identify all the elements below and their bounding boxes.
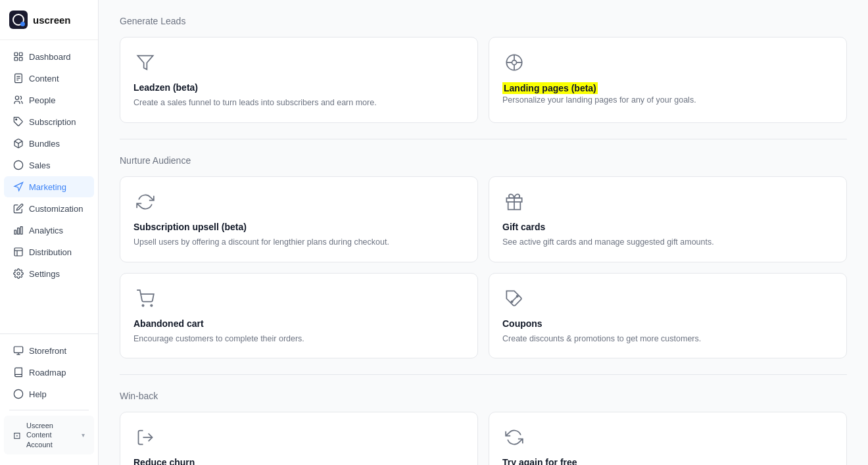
funnel-icon (133, 51, 157, 74)
card-desc: See active gift cards and manage suggest… (502, 236, 833, 249)
section-nurture-audience: Nurture Audience Subscription upsell (be… (120, 139, 847, 376)
card-coupons[interactable]: Coupons Create discounts & promotions to… (489, 273, 847, 359)
card-title: Gift cards (502, 222, 833, 232)
card-subscription-upsell[interactable]: Subscription upsell (beta) Upsell users … (120, 176, 478, 262)
nav-label: People (29, 95, 55, 105)
card-gift-cards[interactable]: Gift cards See active gift cards and man… (489, 176, 847, 262)
card-desc: Create a sales funnel to turn leads into… (133, 97, 464, 109)
svg-point-22 (14, 389, 22, 398)
section-label: Nurture Audience (120, 155, 847, 166)
sidebar-item-content[interactable]: Content (4, 68, 94, 89)
nav-label: Storefront (29, 346, 66, 356)
sidebar-item-sales[interactable]: Sales (4, 155, 94, 176)
card-abandoned-cart[interactable]: Abandoned cart Encourage customers to co… (120, 273, 478, 359)
card-title: Coupons (502, 318, 833, 329)
card-try-again[interactable]: Try again for free Win back cancelled su… (489, 412, 847, 465)
book-icon (13, 367, 24, 378)
sidebar-item-bundles[interactable]: Bundles (4, 133, 94, 154)
nav-label: Content (29, 74, 59, 84)
palette-icon (502, 51, 526, 74)
sidebar-item-marketing[interactable]: Marketing (4, 176, 94, 197)
account-icon: ⊡ (13, 430, 21, 441)
logo-icon (9, 11, 28, 29)
edit-icon (13, 203, 24, 214)
card-desc: Personalize your landing pages for any o… (502, 94, 833, 107)
nav-label: Help (29, 389, 47, 399)
monitor-icon (13, 345, 24, 356)
svg-rect-3 (19, 57, 22, 61)
logo[interactable]: uscreen (0, 0, 98, 40)
section-label: Win-back (120, 391, 847, 401)
bar-chart-icon (13, 225, 24, 235)
sidebar-item-help[interactable]: Help (4, 383, 94, 404)
sidebar-item-roadmap[interactable]: Roadmap (4, 362, 94, 383)
sidebar-item-dashboard[interactable]: Dashboard (4, 46, 94, 67)
card-desc: Upsell users by offering a discount for … (133, 236, 464, 249)
svg-rect-14 (20, 227, 22, 234)
grid-icon (13, 51, 24, 62)
sidebar: uscreen Dashboard Content People Subscri… (0, 0, 99, 465)
card-title: Abandoned cart (133, 318, 464, 329)
card-title: Leadzen (beta) (133, 82, 464, 93)
svg-point-8 (15, 96, 18, 99)
nav-label: Customization (29, 204, 83, 214)
nav-label: Bundles (29, 139, 60, 149)
shopping-cart-icon (133, 287, 157, 310)
cards-grid: Reduce churn Prevent cancellations and c… (120, 412, 847, 465)
users-icon (13, 95, 24, 105)
card-title: Landing pages (beta) (502, 82, 598, 94)
card-title: Subscription upsell (beta) (133, 222, 464, 232)
sidebar-item-analytics[interactable]: Analytics (4, 220, 94, 241)
nav-label: Roadmap (29, 368, 66, 378)
svg-point-32 (151, 305, 152, 306)
svg-point-31 (142, 305, 143, 306)
svg-point-34 (511, 301, 512, 302)
layout-icon (13, 247, 24, 257)
nav-label: Settings (29, 269, 60, 279)
card-landing-pages[interactable]: Landing pages (beta) Personalize your la… (489, 37, 847, 123)
cards-grid: Subscription upsell (beta) Upsell users … (120, 176, 847, 359)
nav-label: Analytics (29, 226, 63, 235)
nav-label: Distribution (29, 247, 72, 257)
refresh-icon (502, 426, 526, 449)
package-icon (13, 138, 24, 149)
circle-icon (13, 160, 24, 170)
sidebar-item-people[interactable]: People (4, 89, 94, 110)
nav-label: Sales (29, 160, 51, 170)
nav-label: Marketing (29, 182, 66, 192)
svg-rect-0 (14, 53, 18, 56)
section-label: Generate Leads (120, 16, 847, 26)
coupon-icon (502, 287, 526, 310)
refresh-cw-icon (133, 190, 157, 214)
sidebar-item-customization[interactable]: Customization (4, 198, 94, 219)
nav-label: Subscription (29, 117, 76, 127)
sidebar-item-settings[interactable]: Settings (4, 263, 94, 284)
main-content: Generate Leads Leadzen (beta) Create a s… (99, 0, 868, 465)
svg-point-35 (517, 295, 518, 297)
sidebar-bottom: Storefront Roadmap Help ⊡ Uscreen Conten… (0, 333, 98, 465)
svg-rect-13 (18, 228, 20, 234)
sidebar-item-distribution[interactable]: Distribution (4, 241, 94, 262)
card-title: Reduce churn (133, 457, 464, 465)
account-label: Uscreen Content Account (26, 421, 76, 449)
svg-rect-15 (14, 248, 22, 256)
card-desc: Encourage customers to complete their or… (133, 333, 464, 345)
nav-divider (9, 410, 89, 410)
card-reduce-churn[interactable]: Reduce churn Prevent cancellations and c… (120, 412, 478, 465)
svg-rect-12 (14, 230, 16, 234)
card-title: Try again for free (502, 457, 833, 465)
svg-rect-1 (19, 53, 22, 56)
nav-label: Dashboard (29, 52, 71, 62)
sidebar-item-storefront[interactable]: Storefront (4, 340, 94, 361)
sidebar-item-subscription[interactable]: Subscription (4, 111, 94, 132)
card-leadzen[interactable]: Leadzen (beta) Create a sales funnel to … (120, 37, 478, 123)
section-generate-leads: Generate Leads Leadzen (beta) Create a s… (120, 0, 847, 139)
section-win-back: Win-back Reduce churn Prevent cancellati… (120, 375, 847, 465)
tag-icon (13, 116, 24, 127)
megaphone-icon (13, 182, 24, 192)
account-item[interactable]: ⊡ Uscreen Content Account ▾ (4, 416, 94, 454)
logout-icon (133, 426, 157, 449)
svg-rect-2 (14, 57, 18, 61)
logo-text: uscreen (33, 14, 71, 26)
settings-icon (13, 268, 24, 279)
